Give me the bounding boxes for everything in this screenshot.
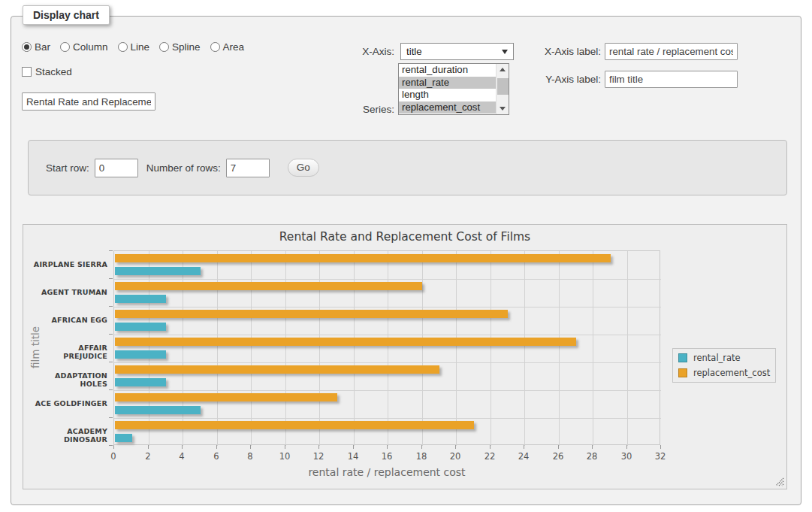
x-tick-mark bbox=[421, 445, 422, 449]
arrow-up-icon bbox=[500, 68, 506, 71]
chart-plot-area bbox=[113, 250, 660, 445]
x-tick-label: 18 bbox=[410, 451, 433, 462]
scroll-down-button[interactable] bbox=[497, 103, 509, 114]
x-tick-mark bbox=[182, 445, 183, 449]
x-tick-mark bbox=[660, 445, 661, 449]
radio-option-bar[interactable]: Bar bbox=[22, 41, 50, 53]
x-tick-mark bbox=[387, 445, 388, 449]
x-tick-mark bbox=[353, 445, 354, 449]
bar-rental_rate bbox=[115, 267, 201, 275]
select-chevron-down-icon bbox=[502, 50, 508, 54]
gridline-horizontal bbox=[114, 335, 661, 335]
x-axis-select[interactable]: title bbox=[400, 43, 514, 60]
x-tick-label: 2 bbox=[137, 451, 159, 462]
stacked-checkbox[interactable] bbox=[22, 67, 32, 77]
gridline-horizontal bbox=[114, 279, 661, 280]
gridline-vertical bbox=[627, 251, 628, 446]
legend-series-label: replacement_cost bbox=[693, 368, 770, 378]
arrow-down-icon bbox=[500, 107, 506, 111]
gridline-vertical bbox=[285, 251, 286, 446]
x-tick-mark bbox=[490, 445, 491, 449]
chart-title: Rental Rate and Replacement Cost of Film… bbox=[23, 230, 786, 244]
radio-icon[interactable] bbox=[60, 42, 70, 52]
stacked-row[interactable]: Stacked bbox=[22, 66, 72, 77]
y-axis-label-input[interactable] bbox=[605, 71, 738, 88]
x-tick-label: 22 bbox=[478, 451, 501, 462]
bar-rental_rate bbox=[115, 434, 132, 442]
bar-replacement_cost bbox=[115, 421, 474, 429]
chart-type-radio-group: BarColumnLineSplineArea bbox=[22, 41, 244, 53]
radio-option-spline[interactable]: Spline bbox=[159, 41, 201, 53]
gridline-vertical bbox=[422, 251, 423, 446]
x-tick-label: 30 bbox=[615, 451, 638, 462]
y-tick-mark bbox=[109, 334, 113, 335]
gridline-vertical bbox=[149, 251, 149, 446]
x-axis-label-input[interactable] bbox=[605, 43, 738, 60]
resize-grip-icon[interactable] bbox=[775, 477, 784, 486]
gridline-vertical bbox=[491, 251, 491, 446]
x-tick-mark bbox=[592, 445, 593, 449]
series-option-replacement_cost[interactable]: replacement_cost bbox=[399, 101, 496, 114]
series-option-length[interactable]: length bbox=[399, 89, 496, 101]
start-row-label: Start row: bbox=[46, 162, 89, 174]
x-tick-label: 14 bbox=[342, 451, 364, 462]
x-tick-mark bbox=[626, 445, 627, 449]
legend-row-replacement_cost: replacement_cost bbox=[675, 365, 774, 380]
x-tick-mark bbox=[148, 445, 149, 449]
bar-rental_rate bbox=[115, 350, 166, 359]
chart-container: Rental Rate and Replacement Cost of Film… bbox=[23, 224, 787, 489]
bar-rental_rate bbox=[115, 406, 201, 414]
y-tick-label: AFFAIR PREJUDICE bbox=[32, 344, 107, 360]
panel-legend: Display chart bbox=[23, 5, 110, 25]
radio-icon[interactable] bbox=[118, 42, 128, 52]
chart-title-input[interactable] bbox=[22, 92, 155, 111]
listbox-scrollbar[interactable] bbox=[496, 64, 509, 114]
y-tick-mark bbox=[109, 362, 113, 362]
bar-replacement_cost bbox=[115, 365, 439, 374]
panel-legend-text: Display chart bbox=[33, 9, 99, 21]
series-listbox-label: Series: bbox=[331, 104, 394, 115]
radio-option-label: Column bbox=[73, 41, 108, 53]
bar-replacement_cost bbox=[115, 310, 508, 318]
y-tick-label: ACE GOLDFINGER bbox=[32, 399, 107, 407]
radio-icon[interactable] bbox=[159, 42, 169, 52]
bar-replacement_cost bbox=[115, 282, 422, 290]
x-tick-mark bbox=[558, 445, 559, 449]
y-tick-mark bbox=[109, 250, 113, 251]
bar-replacement_cost bbox=[115, 254, 611, 262]
x-tick-label: 16 bbox=[376, 451, 398, 462]
stacked-label: Stacked bbox=[35, 66, 72, 77]
x-axis-label-field-label: X-Axis label: bbox=[535, 46, 601, 57]
radio-icon[interactable] bbox=[210, 42, 220, 52]
y-tick-label: ADAPTATION HOLES bbox=[32, 371, 107, 388]
num-rows-label: Number of rows: bbox=[146, 162, 221, 174]
radio-option-column[interactable]: Column bbox=[60, 41, 108, 53]
gridline-vertical bbox=[456, 251, 457, 446]
x-tick-label: 10 bbox=[273, 451, 296, 462]
legend-series-label: rental_rate bbox=[693, 353, 741, 363]
y-tick-label: AFRICAN EGG bbox=[32, 316, 107, 324]
x-tick-mark bbox=[524, 445, 524, 449]
radio-option-area[interactable]: Area bbox=[210, 41, 245, 53]
radio-option-line[interactable]: Line bbox=[118, 41, 150, 53]
bar-rental_rate bbox=[115, 295, 166, 303]
x-tick-mark bbox=[250, 445, 251, 449]
series-listbox[interactable]: rental_durationrental_ratelengthreplacem… bbox=[398, 63, 509, 115]
y-axis-label-field-label: Y-Axis label: bbox=[535, 74, 601, 85]
legend-row-rental_rate: rental_rate bbox=[675, 350, 774, 365]
scrollbar-thumb[interactable] bbox=[497, 78, 509, 95]
radio-icon[interactable] bbox=[22, 42, 32, 52]
x-tick-label: 20 bbox=[444, 451, 466, 462]
start-row-input[interactable] bbox=[95, 159, 138, 177]
y-tick-mark bbox=[109, 417, 113, 418]
bar-replacement_cost bbox=[115, 338, 576, 346]
num-rows-input[interactable] bbox=[226, 159, 270, 177]
series-option-rental_rate[interactable]: rental_rate bbox=[399, 77, 496, 89]
go-button[interactable]: Go bbox=[288, 159, 319, 177]
chart-legend: rental_ratereplacement_cost bbox=[672, 348, 776, 383]
series-option-rental_duration[interactable]: rental_duration bbox=[399, 64, 496, 77]
radio-option-label: Spline bbox=[172, 41, 201, 53]
x-tick-label: 12 bbox=[307, 451, 330, 462]
scroll-up-button[interactable] bbox=[497, 64, 509, 75]
y-tick-mark bbox=[109, 278, 113, 279]
